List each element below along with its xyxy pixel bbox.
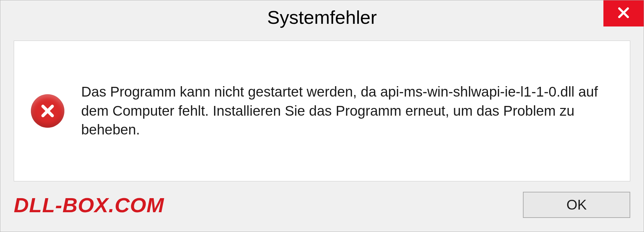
ok-button[interactable]: OK bbox=[523, 192, 630, 218]
close-icon bbox=[616, 5, 631, 21]
titlebar: Systemfehler bbox=[0, 0, 644, 34]
watermark-text: DLL-BOX.COM bbox=[14, 193, 164, 217]
dialog-title: Systemfehler bbox=[267, 6, 377, 28]
content-panel: Das Programm kann nicht gestartet werden… bbox=[14, 41, 630, 181]
error-dialog: Systemfehler Das Programm kann nicht ges… bbox=[0, 0, 644, 232]
error-message: Das Programm kann nicht gestartet werden… bbox=[81, 82, 613, 139]
close-button[interactable] bbox=[603, 0, 644, 26]
ok-button-label: OK bbox=[567, 197, 587, 213]
dialog-footer: DLL-BOX.COM OK bbox=[0, 188, 644, 232]
error-icon bbox=[31, 94, 64, 128]
